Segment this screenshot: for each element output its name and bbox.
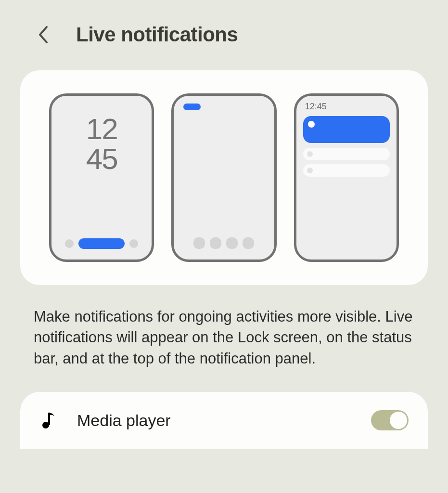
svg-point-0 — [42, 422, 49, 428]
preview-app-icon — [210, 237, 221, 249]
preview-illustration: 12 45 12:45 — [20, 70, 428, 285]
settings-list: Media player — [20, 392, 428, 449]
preview-app-icon — [243, 237, 254, 249]
preview-notification — [303, 148, 390, 160]
preview-clock: 12 45 — [51, 114, 152, 174]
toggle-media-player[interactable] — [371, 410, 409, 430]
setting-media-player[interactable]: Media player — [39, 410, 409, 430]
preview-status-pill — [183, 104, 201, 110]
chevron-left-icon — [37, 25, 50, 44]
music-note-icon — [39, 411, 59, 430]
preview-dot — [129, 239, 138, 248]
description-text: Make notifications for ongoing activitie… — [34, 306, 414, 369]
preview-panel-time: 12:45 — [305, 102, 327, 112]
back-button[interactable] — [34, 25, 53, 44]
preview-notification — [303, 164, 390, 177]
header: Live notifications — [0, 0, 448, 56]
preview-phone-lockscreen: 12 45 — [49, 93, 154, 262]
preview-app-row — [174, 237, 274, 249]
preview-phone-notification-panel: 12:45 — [294, 93, 399, 262]
toggle-knob — [390, 412, 407, 429]
preview-dot — [65, 239, 74, 248]
preview-phone-homescreen — [171, 93, 276, 262]
preview-live-pill — [78, 238, 125, 249]
page-title: Live notifications — [76, 23, 238, 46]
preview-clock-hour: 12 — [51, 114, 152, 144]
preview-lockscreen-bottom — [51, 238, 152, 249]
preview-clock-minute: 45 — [51, 144, 152, 174]
preview-app-icon — [226, 237, 238, 249]
preview-live-notification — [303, 116, 390, 143]
preview-app-icon — [193, 237, 205, 249]
setting-label: Media player — [77, 411, 353, 430]
